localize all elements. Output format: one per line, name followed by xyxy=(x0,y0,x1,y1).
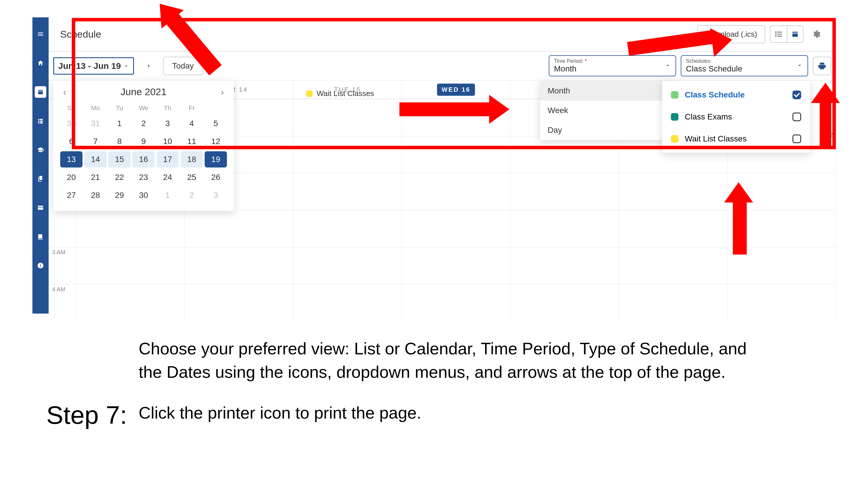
time-period-value: Month xyxy=(554,64,671,73)
mini-cal-day[interactable]: 18 xyxy=(181,151,203,167)
mini-cal-day[interactable]: 3 xyxy=(205,187,227,203)
scroll-time-indicator: 02 xyxy=(827,132,833,138)
control-bar: Jun 13 - Jun 19 Today Time Period: * Mon… xyxy=(49,52,836,80)
chevron-down-icon xyxy=(797,62,803,70)
time-period-option[interactable]: Day xyxy=(540,120,676,140)
settings-button[interactable] xyxy=(808,26,824,42)
mini-cal-day[interactable]: 1 xyxy=(108,116,130,132)
svg-rect-2 xyxy=(40,264,41,264)
prev-month-button[interactable]: ‹ xyxy=(60,86,69,97)
calendar-view-button[interactable] xyxy=(787,26,803,42)
mini-cal-day[interactable]: 30 xyxy=(60,116,83,132)
next-week-button[interactable] xyxy=(212,60,223,72)
list-icon[interactable] xyxy=(35,115,46,127)
svg-rect-1 xyxy=(40,265,41,267)
mini-cal-day[interactable]: 29 xyxy=(108,187,130,203)
mini-cal-day[interactable]: 7 xyxy=(84,133,106,150)
prev-week-button[interactable] xyxy=(143,60,154,72)
mini-cal-dow: Mo xyxy=(84,103,106,114)
calendar-nav-icon[interactable] xyxy=(35,86,46,98)
print-button[interactable] xyxy=(813,57,831,75)
svg-point-7 xyxy=(775,36,777,37)
mini-cal-day[interactable]: 2 xyxy=(132,116,155,132)
today-button[interactable]: Today xyxy=(163,57,203,75)
schedule-option[interactable]: Class Schedule xyxy=(662,84,810,106)
instructions: Step 7: Choose your preferred view: List… xyxy=(0,325,868,447)
schedules-dropdown[interactable]: Schedules: Class Schedule xyxy=(681,55,808,76)
mini-cal-day[interactable]: 6 xyxy=(60,133,83,150)
mini-cal-day[interactable]: 17 xyxy=(157,151,179,167)
time-period-dropdown[interactable]: Time Period: * Month xyxy=(549,55,676,76)
chevron-up-icon xyxy=(123,63,129,69)
mini-cal-day[interactable]: 23 xyxy=(132,169,155,186)
mini-cal-day[interactable]: 14 xyxy=(84,151,106,167)
time-period-label: Time Period: xyxy=(554,58,583,64)
left-sidebar xyxy=(32,18,49,314)
svg-point-3 xyxy=(775,32,777,33)
date-range-button[interactable]: Jun 13 - Jun 19 xyxy=(53,57,134,75)
legend-wait-list-label: Wait List Classes xyxy=(317,89,374,98)
schedule-swatch xyxy=(671,113,678,121)
mini-cal-day[interactable]: 21 xyxy=(84,169,106,186)
content-area: Schedule Download (.ics) xyxy=(49,18,836,314)
instruction-p2: Click the printer icon to print the page… xyxy=(138,401,770,424)
list-view-button[interactable] xyxy=(771,26,787,42)
svg-rect-6 xyxy=(777,34,782,34)
info-icon[interactable] xyxy=(35,260,46,271)
download-button[interactable]: Download (.ics) xyxy=(697,25,765,43)
mini-cal-day[interactable]: 22 xyxy=(108,169,130,186)
schedule-name: Class Exams xyxy=(685,112,786,122)
mini-cal-day[interactable]: 5 xyxy=(205,116,227,132)
checkbox[interactable] xyxy=(793,112,801,121)
mini-cal-day[interactable]: 1 xyxy=(157,187,179,203)
time-period-menu: MonthWeekDay xyxy=(540,81,676,140)
top-bar: Schedule Download (.ics) xyxy=(49,18,836,52)
mini-cal-day[interactable]: 15 xyxy=(108,151,130,167)
mini-cal-day[interactable]: 11 xyxy=(181,133,203,150)
mini-cal-day[interactable]: 9 xyxy=(132,133,155,150)
mini-cal-day[interactable]: 25 xyxy=(181,169,203,186)
home-icon[interactable] xyxy=(35,57,46,69)
mini-cal-day[interactable]: 13 xyxy=(60,151,83,167)
legend-swatch-yellow xyxy=(306,91,313,97)
graduation-icon[interactable] xyxy=(35,144,46,156)
mini-cal-day[interactable]: 26 xyxy=(205,169,227,186)
svg-rect-8 xyxy=(777,36,782,36)
mini-cal-day[interactable]: 31 xyxy=(84,116,106,132)
checkbox[interactable] xyxy=(793,91,801,99)
mini-cal-day[interactable]: 28 xyxy=(84,187,106,203)
menu-icon[interactable] xyxy=(35,28,46,40)
mini-cal-day[interactable]: 12 xyxy=(205,133,227,150)
mini-cal-day[interactable]: 10 xyxy=(157,133,179,150)
mini-cal-day[interactable]: 20 xyxy=(60,169,83,186)
mini-cal-day[interactable]: 30 xyxy=(132,187,155,203)
book-icon[interactable] xyxy=(35,231,46,242)
next-month-button[interactable]: › xyxy=(218,86,227,97)
mini-cal-day[interactable]: 2 xyxy=(181,187,203,203)
mini-cal-day[interactable]: 19 xyxy=(205,151,227,167)
mini-cal-day[interactable]: 4 xyxy=(181,116,203,132)
mini-cal-day[interactable]: 24 xyxy=(157,169,179,186)
mini-cal-day[interactable]: 3 xyxy=(157,116,179,132)
mini-cal-day[interactable]: 16 xyxy=(132,151,155,167)
mini-cal-day[interactable]: 8 xyxy=(108,133,130,150)
mini-cal-day[interactable]: 27 xyxy=(60,187,83,203)
schedules-value: Class Schedule xyxy=(686,64,803,73)
mini-cal-dow: Fr xyxy=(181,103,203,114)
schedule-option[interactable]: Class Exams xyxy=(662,106,810,128)
mini-cal-dow: Th xyxy=(157,103,179,114)
time-period-option[interactable]: Month xyxy=(540,81,676,101)
mini-cal-dow: Su xyxy=(60,103,83,114)
svg-rect-4 xyxy=(777,32,782,32)
instruction-p1: Choose your preferred view: List or Cale… xyxy=(138,337,770,384)
view-toggle xyxy=(770,26,803,43)
copy-icon[interactable] xyxy=(35,173,46,185)
schedules-label: Schedules: xyxy=(686,58,803,64)
checkbox[interactable] xyxy=(793,134,801,143)
schedule-option[interactable]: Wait List Classes xyxy=(662,128,810,150)
card-icon[interactable] xyxy=(35,202,46,214)
time-period-option[interactable]: Week xyxy=(540,101,676,120)
mini-cal-dow: We xyxy=(132,103,155,114)
mini-calendar: ‹ June 2021 › SuMoTuWeThFr30311234567891… xyxy=(53,80,234,211)
schedule-swatch xyxy=(671,91,678,99)
